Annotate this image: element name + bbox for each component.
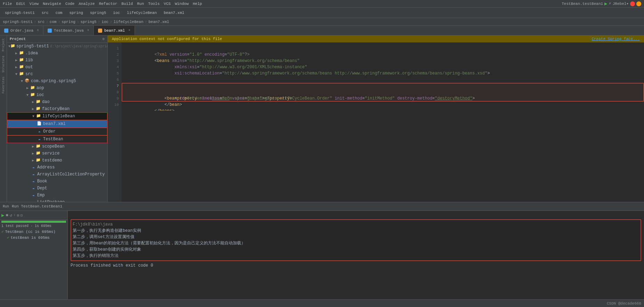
tree-bean7xml[interactable]: 📄 bean7.xml	[7, 120, 107, 128]
tree-label-book: Book	[37, 179, 47, 184]
breadcrumb-file[interactable]: bean7.xml	[148, 20, 169, 24]
menu-edit[interactable]: Edit	[16, 2, 25, 6]
output-panel[interactable]: F:\jdk8\bin\java 第一步，执行无参构造创建bean实例 第二步，…	[68, 211, 644, 299]
menu-file[interactable]: File	[3, 2, 12, 6]
project-view-button[interactable]: Project	[2, 38, 5, 52]
project-selector[interactable]: spring5-test1	[3, 10, 37, 16]
tree-lib[interactable]: ▶ 📁 lib	[7, 57, 107, 64]
menu-view[interactable]: View	[30, 2, 39, 6]
tree-dao[interactable]: ▶ 📁 dao	[7, 99, 107, 105]
tree-label-order: Order	[43, 129, 56, 134]
run-panel-label: Run	[3, 205, 9, 208]
breadcrumb-src[interactable]: src	[38, 20, 44, 24]
tree-label-package: com.spring.spring5	[31, 79, 76, 84]
tree-root[interactable]: ▼ 📁 spring5-test1 E:\project\java\spring…	[7, 43, 107, 50]
structure-view-button[interactable]: Structure	[2, 56, 5, 73]
tree-out[interactable]: ▶ 📁 out	[7, 64, 107, 71]
run-item-testbean-method[interactable]: ✓ testBean 1s 695ms	[0, 235, 67, 241]
output-line-1: F:\jdk8\bin\java	[73, 221, 639, 228]
src-selector[interactable]: src	[40, 10, 51, 16]
tree-label-aop: aop	[36, 86, 44, 90]
spring5-selector[interactable]: spring5	[88, 10, 108, 16]
tree-label-idea: .idea	[25, 51, 38, 56]
menu-tools[interactable]: Tools	[148, 2, 160, 6]
tree-emp[interactable]: ☁ Emp	[7, 192, 107, 199]
tree-service[interactable]: ▶ 📁 service	[7, 150, 107, 157]
tree-src[interactable]: ▼ 📁 src	[7, 71, 107, 78]
menu-build[interactable]: Build	[121, 2, 133, 6]
breadcrumb-spring5[interactable]: spring5	[81, 20, 97, 24]
breadcrumb-ioc[interactable]: ioc	[101, 20, 108, 24]
ioc-selector[interactable]: ioc	[111, 10, 122, 16]
menu-navigate[interactable]: Navigate	[43, 2, 61, 6]
tree-testbean[interactable]: ☁ TestBean	[7, 135, 107, 143]
breadcrumb-project[interactable]: spring5-test1	[3, 20, 33, 24]
code-line-10: </beans>	[124, 102, 644, 108]
tree-ioc[interactable]: ▼ 📁 ioc	[7, 92, 107, 99]
lifecyclebean-selector[interactable]: lifeCycleBean	[125, 10, 159, 16]
tree-book[interactable]: ☁ Book	[7, 178, 107, 185]
sidebar-settings-icon[interactable]: ⚙	[103, 37, 105, 41]
class-icon-arraylist: ☁	[31, 172, 36, 177]
tree-label-lib: lib	[25, 58, 33, 63]
run-play-button[interactable]: ▶	[1, 212, 4, 218]
tree-dept[interactable]: ☁ Dept	[7, 185, 107, 192]
menu-help[interactable]: Help	[193, 2, 202, 6]
code-content[interactable]: <?xml version="1.0" encoding="UTF-8"?> <…	[122, 42, 644, 111]
xml-file-icon: 📄	[36, 121, 42, 127]
tree-lifecyclebean[interactable]: ▼ 📁 lifeCycleBean	[7, 112, 107, 120]
bottom-panel: Run Run TestBean.testBean1 ▶ ■ ↺ ↕ ⊞ ⊡ 1…	[0, 202, 644, 299]
minimize-window-button[interactable]	[636, 1, 641, 6]
menu-code[interactable]: Code	[65, 2, 74, 6]
close-window-button[interactable]	[630, 1, 635, 6]
favorites-view-button[interactable]: Favorites	[2, 77, 5, 94]
run-stop-button[interactable]: ■	[6, 213, 8, 218]
spring-selector[interactable]: spring	[67, 10, 85, 16]
run-filter-button[interactable]: ⊞	[17, 213, 19, 218]
file-tabs: Order.java × TestBean.java × bean7.xml ×	[0, 26, 644, 36]
breadcrumb-lifecyclebean[interactable]: lifeCycleBean	[114, 20, 144, 24]
menu-vcs[interactable]: VCS	[164, 2, 171, 6]
tree-idea[interactable]: ▶ 📁 .idea	[7, 50, 107, 57]
tab-close-testbean[interactable]: ×	[87, 29, 89, 32]
jrebel-button[interactable]: JRebel▾	[613, 1, 629, 6]
tab-close-bean7[interactable]: ×	[128, 29, 130, 32]
tree-scopebean[interactable]: ▶ 📁 scopeBean	[7, 143, 107, 150]
run-sort-button[interactable]: ↕	[14, 213, 16, 217]
tree-order[interactable]: ☁ Order	[7, 128, 107, 135]
debug-button[interactable]: ⚡	[609, 1, 611, 6]
tree-factorybean[interactable]: ▶ 📁 factoryBean	[7, 105, 107, 112]
line-num-3: 3	[108, 58, 122, 64]
create-spring-link[interactable]: Create Spring face...	[592, 37, 640, 41]
run-item-testbean[interactable]: ✓ TestBean (cc 1s 695ms)	[0, 229, 67, 235]
folder-icon: 📁	[10, 44, 15, 49]
run-tab-label[interactable]: Run TestBean.testBean1	[12, 204, 62, 208]
run-rerun-button[interactable]: ↺	[10, 213, 12, 218]
breadcrumb-spring[interactable]: spring	[62, 20, 75, 24]
tab-bean7-xml[interactable]: bean7.xml ×	[94, 26, 135, 35]
status-csdn: CSDN @decade666	[607, 301, 641, 306]
menu-window[interactable]: Window	[175, 2, 189, 6]
com-selector[interactable]: com	[54, 10, 65, 16]
tree-arraylist[interactable]: ☁ ArrayListCollectionProperty	[7, 171, 107, 178]
breadcrumb-com[interactable]: com	[50, 20, 57, 24]
tab-close-order[interactable]: ×	[37, 29, 39, 32]
tree-aop[interactable]: ▶ 📁 aop	[7, 85, 107, 92]
tree-label-factorybean: factoryBean	[42, 107, 70, 111]
bean7xml-selector[interactable]: bean7.xml	[162, 10, 186, 16]
line-num-8: 8	[108, 89, 122, 95]
tree-testdemo[interactable]: ▶ 📁 testdemo	[7, 157, 107, 164]
tree-address[interactable]: ☁ Address	[7, 164, 107, 171]
tab-label-order: Order.java	[10, 29, 33, 33]
run-button[interactable]: ▶	[604, 1, 607, 7]
menu-refactor[interactable]: Refactor	[99, 2, 117, 6]
menu-run[interactable]: Run	[137, 2, 144, 6]
line-num-1: 1	[108, 45, 122, 52]
run-expand-button[interactable]: ⊡	[21, 213, 23, 218]
tab-testbean-java[interactable]: TestBean.java ×	[43, 26, 94, 35]
folder-icon-idea: 📁	[19, 50, 24, 56]
tab-order-java[interactable]: Order.java ×	[0, 26, 43, 35]
menu-analyze[interactable]: Analyze	[79, 2, 95, 6]
run-item-method-label: testBean 1s 695ms	[11, 236, 50, 240]
tree-package[interactable]: ▼ 📦 com.spring.spring5	[7, 78, 107, 85]
